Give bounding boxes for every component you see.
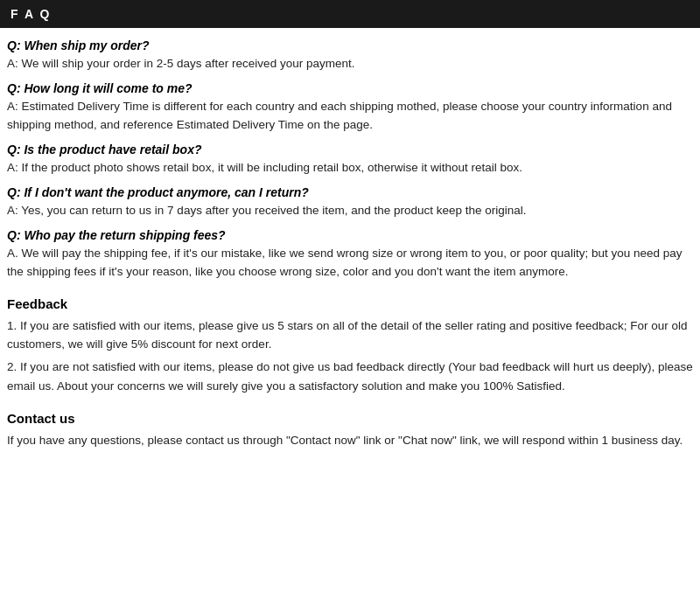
contact-text: If you have any questions, please contac… — [7, 431, 693, 450]
qa-item-5: Q: Who pay the return shipping fees? A. … — [7, 228, 693, 281]
contact-title: Contact us — [7, 411, 693, 426]
feedback-point2: 2. If you are not satisfied with our ite… — [7, 358, 693, 395]
question-3: Q: Is the product have retail box? — [7, 143, 693, 156]
faq-section: Q: When ship my order? A: We will ship y… — [7, 38, 693, 281]
answer-3: A: If the product photo shows retail box… — [7, 159, 693, 177]
question-1: Q: When ship my order? — [7, 38, 693, 52]
feedback-point1: 1. If you are satisfied with our items, … — [7, 316, 693, 354]
answer-2: A: Estimated Delivery Time is different … — [7, 98, 693, 134]
qa-item-1: Q: When ship my order? A: We will ship y… — [7, 38, 693, 73]
feedback-title: Feedback — [7, 296, 693, 311]
faq-header-title: F A Q — [10, 7, 51, 21]
answer-5: A. We will pay the shipping fee, if it's… — [7, 245, 693, 281]
qa-item-4: Q: If I don't want the product anymore, … — [7, 185, 693, 219]
answer-4: A: Yes, you can return to us in 7 days a… — [7, 202, 693, 219]
question-5: Q: Who pay the return shipping fees? — [7, 228, 693, 242]
question-4: Q: If I don't want the product anymore, … — [7, 185, 693, 199]
qa-item-2: Q: How long it will come to me? A: Estim… — [7, 81, 693, 134]
page-content: Q: When ship my order? A: We will ship y… — [0, 38, 700, 450]
feedback-section: Feedback 1. If you are satisfied with ou… — [7, 296, 693, 395]
contact-section: Contact us If you have any questions, pl… — [7, 411, 693, 450]
faq-header: F A Q — [0, 0, 700, 28]
answer-1: A: We will ship your order in 2-5 days a… — [7, 55, 693, 73]
qa-item-3: Q: Is the product have retail box? A: If… — [7, 143, 693, 177]
question-2: Q: How long it will come to me? — [7, 81, 693, 95]
